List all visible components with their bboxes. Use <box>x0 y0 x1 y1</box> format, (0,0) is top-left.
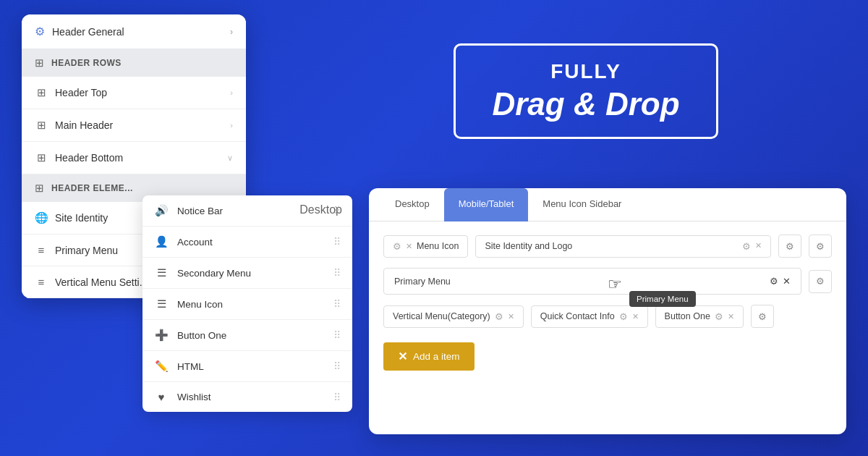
header-general-label: Header General <box>52 26 124 38</box>
add-item-button[interactable]: ✕ Add a item <box>383 342 475 371</box>
panel-content: ⚙ ✕ Menu Icon Site Identity and Logo ⚙ ✕… <box>369 221 846 384</box>
button-one-chip-label: Button One <box>665 311 710 321</box>
vertical-menu-chip-label: Vertical Menu(Category) <box>393 311 490 321</box>
header-general-item[interactable]: ⚙ Header General › <box>22 14 246 49</box>
vertical-menu-label: Vertical Menu Setti... <box>55 276 148 288</box>
menu-icon: ≡ <box>35 276 48 288</box>
dropdown-button-one[interactable]: ➕ Button One ⠿ <box>142 320 352 351</box>
heart-icon: ♥ <box>154 391 169 403</box>
dropdown-menu-icon[interactable]: ☰ Menu Icon ⠿ <box>142 289 352 320</box>
menu-icon: ☰ <box>154 266 169 279</box>
wishlist-label: Wishlist <box>177 392 211 402</box>
drag-handle-icon: ⠿ <box>333 298 341 310</box>
tab-menu-icon-sidebar[interactable]: Menu Icon Sidebar <box>528 188 636 221</box>
chevron-right-icon: › <box>230 27 233 37</box>
close-icon[interactable]: ✕ <box>755 241 762 252</box>
add-column-button[interactable]: ⚙ <box>778 235 801 258</box>
gear-icon[interactable]: ⚙ <box>770 276 778 287</box>
globe-icon: 🌐 <box>35 211 48 224</box>
plus-icon: ➕ <box>154 329 169 342</box>
primary-menu-chip-label: Primary Menu <box>394 276 451 287</box>
dropdown-popup: Desktop 🔊 Notice Bar ⠿ 👤 Account ⠿ ☰ Sec… <box>142 195 352 412</box>
close-icon[interactable]: Desktop <box>299 204 342 216</box>
banner-drag-text: Drag & Drop <box>492 86 679 122</box>
chevron-right-icon: › <box>230 121 233 130</box>
tab-desktop[interactable]: Desktop <box>380 188 444 221</box>
banner: FULLY Drag & Drop <box>347 43 825 139</box>
grid-icon: ⊞ <box>35 182 44 195</box>
gear-icon[interactable]: ⚙ <box>393 241 401 252</box>
chevron-down-icon: ∨ <box>227 153 233 163</box>
dropdown-secondary-menu[interactable]: ☰ Secondary Menu ⠿ <box>142 258 352 289</box>
secondary-menu-label: Secondary Menu <box>177 268 251 279</box>
header-elements-label: HEADER ELEME... <box>51 183 133 193</box>
notice-icon: 🔊 <box>154 204 169 217</box>
main-header-item[interactable]: ⊞ Main Header › <box>22 109 246 142</box>
close-icon[interactable]: ✕ <box>508 312 514 321</box>
grid-icon: ⊞ <box>35 119 48 132</box>
account-icon: 👤 <box>154 235 169 248</box>
header-top-label: Header Top <box>55 87 107 98</box>
vertical-menu-chip[interactable]: Vertical Menu(Category) ⚙ ✕ <box>383 305 524 328</box>
close-icon[interactable]: ✕ <box>728 312 734 321</box>
menu-icon-chip[interactable]: ⚙ ✕ Menu Icon <box>383 235 468 258</box>
pencil-icon: ✏️ <box>154 360 169 373</box>
gear-icon[interactable]: ⚙ <box>715 311 723 322</box>
grid-icon: ⊞ <box>35 151 48 164</box>
row-settings-button[interactable]: ⚙ <box>809 270 832 293</box>
tab-mobile-tablet[interactable]: Mobile/Tablet <box>444 188 529 221</box>
tabs-bar: Desktop Mobile/Tablet Menu Icon Sidebar <box>369 188 846 221</box>
drag-handle-icon: ⠿ <box>333 329 341 341</box>
quick-contact-chip[interactable]: Quick Contact Info ⚙ ✕ <box>531 305 648 328</box>
row-1: ⚙ ✕ Menu Icon Site Identity and Logo ⚙ ✕… <box>383 235 832 258</box>
primary-menu-label: Primary Menu <box>55 245 118 256</box>
row-settings-button[interactable]: ⚙ <box>809 235 832 258</box>
row-settings-button[interactable]: ⚙ <box>751 305 774 328</box>
banner-fully-text: FULLY <box>492 60 679 83</box>
drag-handle-icon: ⠿ <box>333 236 341 248</box>
grid-icon: ⊞ <box>35 86 48 99</box>
close-icon[interactable]: ✕ <box>632 312 639 321</box>
row-3: Vertical Menu(Category) ⚙ ✕ Quick Contac… <box>383 305 832 328</box>
header-bottom-item[interactable]: ⊞ Header Bottom ∨ <box>22 142 246 174</box>
main-panel: Desktop Mobile/Tablet Menu Icon Sidebar … <box>369 188 846 434</box>
button-one-chip[interactable]: Button One ⚙ ✕ <box>655 305 744 328</box>
dropdown-account[interactable]: 👤 Account ⠿ <box>142 227 352 258</box>
menu-icon: ≡ <box>35 244 48 256</box>
close-icon[interactable]: ✕ <box>406 242 412 251</box>
header-rows-section: ⊞ HEADER ROWS <box>22 49 246 77</box>
dropdown-html[interactable]: ✏️ HTML ⠿ <box>142 351 352 382</box>
menu-icon-chip-label: Menu Icon <box>417 241 459 251</box>
account-label: Account <box>177 237 213 248</box>
gear-icon: ⚙ <box>35 25 45 38</box>
add-item-label: Add a item <box>413 351 460 362</box>
header-bottom-label: Header Bottom <box>55 152 123 164</box>
button-one-label: Button One <box>177 330 226 341</box>
banner-box: FULLY Drag & Drop <box>454 43 718 139</box>
gear-icon[interactable]: ⚙ <box>495 311 503 322</box>
site-identity-chip[interactable]: Site Identity and Logo ⚙ ✕ <box>475 235 771 258</box>
grid-icon: ⊞ <box>35 56 44 69</box>
plus-icon: ✕ <box>398 350 407 363</box>
primary-menu-chip[interactable]: Primary Menu ⚙ ✕ <box>383 268 801 295</box>
row-2: Primary Menu ⚙ ✕ ⚙ ☞ Primary Menu <box>383 268 832 295</box>
site-identity-label: Site Identity <box>55 212 108 224</box>
main-header-label: Main Header <box>55 119 113 131</box>
html-label: HTML <box>177 361 204 372</box>
gear-icon[interactable]: ⚙ <box>742 241 751 252</box>
drag-handle-icon: ⠿ <box>333 360 341 372</box>
gear-icon[interactable]: ⚙ <box>619 311 628 322</box>
dropdown-wishlist[interactable]: ♥ Wishlist ⠿ <box>142 382 352 412</box>
menu-icon: ☰ <box>154 297 169 311</box>
quick-contact-chip-label: Quick Contact Info <box>540 311 615 321</box>
notice-bar-label: Notice Bar <box>177 206 223 216</box>
close-icon[interactable]: ✕ <box>783 276 791 287</box>
chevron-right-icon: › <box>230 88 233 97</box>
menu-icon-label: Menu Icon <box>177 299 223 310</box>
header-top-item[interactable]: ⊞ Header Top › <box>22 77 246 109</box>
site-identity-chip-label: Site Identity and Logo <box>485 241 572 251</box>
header-rows-label: HEADER ROWS <box>51 58 122 68</box>
drag-handle-icon: ⠿ <box>333 392 341 403</box>
drag-handle-icon: ⠿ <box>333 267 341 279</box>
